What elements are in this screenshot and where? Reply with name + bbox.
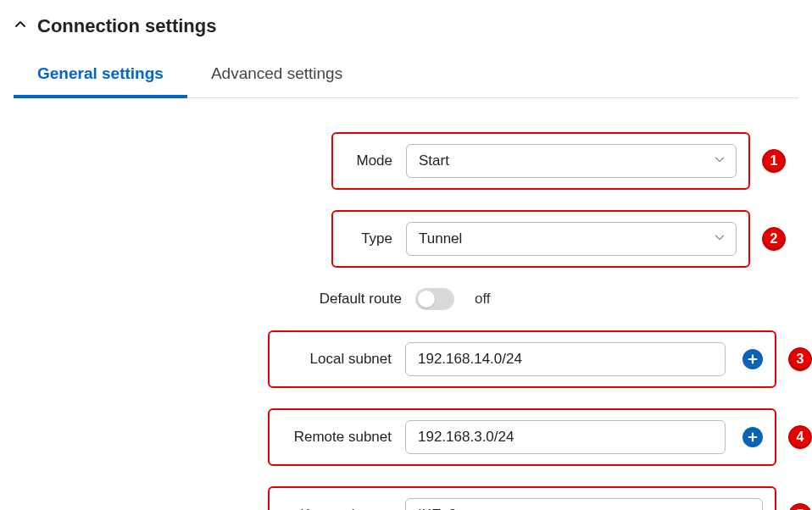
mode-label: Mode — [345, 152, 392, 169]
mode-select-value: Start — [419, 152, 449, 169]
section-header: Connection settings — [14, 8, 798, 54]
tab-general-settings[interactable]: General settings — [14, 54, 187, 98]
chevron-down-icon — [740, 507, 752, 510]
type-label: Type — [345, 230, 392, 247]
chevron-down-icon — [714, 152, 726, 169]
row-type: Type Tunnel — [331, 210, 750, 268]
settings-form: Mode Start 1 Type Tunnel 2 Default route — [14, 132, 798, 510]
callout-badge: 1 — [762, 149, 786, 173]
toggle-knob — [418, 291, 435, 308]
row-local-subnet: Local subnet — [268, 330, 776, 388]
row-key-exchange: Key exchange IKEv2 — [268, 486, 776, 510]
key-exchange-label: Key exchange — [281, 507, 392, 510]
plus-icon — [747, 353, 759, 365]
default-route-label: Default route — [297, 291, 402, 308]
row-mode: Mode Start — [331, 132, 750, 190]
default-route-toggle[interactable] — [415, 288, 454, 310]
type-select-value: Tunnel — [419, 230, 462, 247]
plus-icon — [747, 431, 759, 443]
callout-badge: 2 — [762, 227, 786, 251]
section-title: Connection settings — [37, 15, 216, 37]
add-local-subnet-button[interactable] — [742, 349, 763, 369]
key-exchange-select-value: IKEv2 — [418, 507, 456, 510]
remote-subnet-label: Remote subnet — [281, 429, 392, 446]
key-exchange-select[interactable]: IKEv2 — [405, 498, 763, 510]
callout-badge: 5 — [788, 503, 812, 510]
callout-badge: 3 — [788, 347, 812, 371]
local-subnet-label: Local subnet — [281, 351, 392, 368]
row-remote-subnet: Remote subnet — [268, 408, 776, 466]
remote-subnet-input[interactable] — [405, 420, 726, 454]
mode-select[interactable]: Start — [406, 144, 737, 178]
default-route-state: off — [475, 291, 491, 308]
chevron-up-icon[interactable] — [14, 18, 27, 35]
row-default-route: Default route off — [285, 288, 704, 310]
chevron-down-icon — [714, 230, 726, 247]
tab-advanced-settings[interactable]: Advanced settings — [187, 54, 366, 97]
type-select[interactable]: Tunnel — [406, 222, 737, 256]
add-remote-subnet-button[interactable] — [742, 427, 763, 447]
callout-badge: 4 — [788, 425, 812, 449]
tab-bar: General settings Advanced settings — [14, 54, 798, 98]
local-subnet-input[interactable] — [405, 342, 726, 376]
